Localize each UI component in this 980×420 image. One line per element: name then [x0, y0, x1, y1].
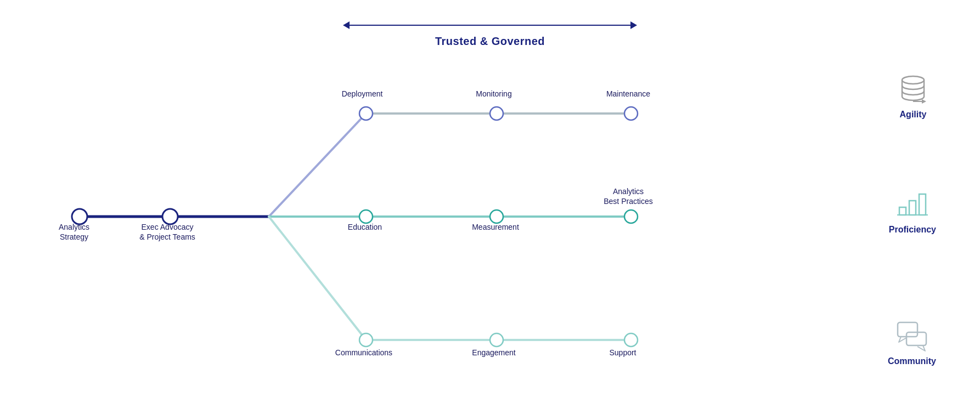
label-monitoring: Monitoring — [466, 89, 521, 99]
svg-line-11 — [269, 217, 366, 340]
svg-rect-28 — [899, 207, 906, 215]
svg-point-22 — [359, 333, 373, 347]
svg-point-19 — [359, 210, 373, 223]
label-maintenance: Maintenance — [598, 89, 658, 99]
proficiency-icon-container: Proficiency — [889, 186, 936, 235]
community-icon — [894, 318, 930, 353]
svg-point-25 — [902, 76, 924, 84]
agility-label: Agility — [900, 110, 927, 120]
svg-point-23 — [490, 333, 503, 347]
svg-rect-29 — [909, 201, 916, 215]
label-support: Support — [601, 348, 645, 357]
label-analytics-best-practices: AnalyticsBest Practices — [593, 186, 664, 206]
label-engagement: Engagement — [466, 348, 521, 357]
label-measurement: Measurement — [465, 222, 526, 232]
community-label: Community — [888, 356, 936, 366]
svg-point-18 — [624, 107, 638, 120]
label-deployment: Deployment — [335, 89, 390, 99]
svg-marker-27 — [922, 99, 926, 104]
svg-line-5 — [269, 113, 366, 217]
svg-point-20 — [490, 210, 503, 223]
svg-rect-32 — [898, 322, 917, 337]
proficiency-icon — [895, 186, 930, 222]
main-container: Trusted & Governed — [0, 0, 980, 420]
agility-icon-container: Agility — [895, 71, 931, 120]
community-icon-container: Community — [888, 318, 936, 366]
svg-point-24 — [624, 333, 638, 347]
agility-icon — [895, 71, 931, 106]
svg-rect-30 — [919, 194, 926, 215]
label-education: Education — [337, 222, 392, 232]
svg-point-17 — [490, 107, 503, 120]
label-analytics-strategy: AnalyticsStrategy — [44, 222, 104, 242]
svg-rect-33 — [906, 332, 926, 345]
label-communications: Communications — [328, 348, 399, 357]
svg-point-21 — [624, 210, 638, 223]
label-exec-advocacy: Exec Advocacy& Project Teams — [132, 222, 203, 242]
svg-point-16 — [359, 107, 373, 120]
proficiency-label: Proficiency — [889, 225, 936, 235]
